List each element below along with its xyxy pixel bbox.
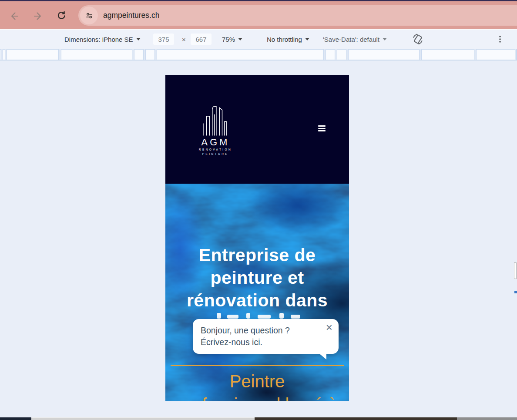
media-query-segment[interactable]: [61, 49, 132, 60]
close-icon[interactable]: ×: [326, 321, 332, 334]
rotate-device-icon: [412, 33, 424, 45]
hero-section: Entreprise de peinture et rénovation dan…: [165, 184, 349, 401]
device-select[interactable]: Dimensions: iPhone SE: [64, 30, 141, 49]
reload-button[interactable]: [54, 9, 69, 24]
hero-heading: Entreprise de peinture et rénovation dan…: [165, 244, 349, 312]
devtools-canvas: AGM RENOVATION PEINTURE: [0, 61, 517, 418]
media-query-segment[interactable]: [476, 49, 515, 60]
zoom-select[interactable]: 75%: [222, 30, 242, 49]
logo-line3: PEINTURE: [202, 152, 228, 155]
bottom-window-edge: [255, 417, 457, 420]
height-input[interactable]: [191, 34, 212, 45]
device-select-label: Dimensions: iPhone SE: [64, 36, 133, 43]
agm-logo[interactable]: AGM RENOVATION PEINTURE: [197, 103, 234, 157]
hero-heading-line: rénovation dans: [165, 289, 349, 312]
chevron-down-icon: [305, 38, 309, 40]
obscured-heading-line: [246, 313, 250, 319]
media-query-segment[interactable]: [348, 49, 420, 60]
more-options-button[interactable]: [495, 30, 505, 49]
chevron-down-icon: [238, 38, 242, 40]
chat-prompt-line: Bonjour, une question ?: [201, 325, 290, 336]
dimensions-multiply: ×: [182, 30, 186, 49]
forward-button[interactable]: [30, 9, 45, 24]
media-query-segment[interactable]: [157, 49, 324, 60]
obscured-heading-line: [217, 313, 221, 319]
chat-prompt-text: Bonjour, une question ? Écrivez-nous ici…: [201, 325, 290, 348]
device-viewport: AGM RENOVATION PEINTURE: [165, 75, 349, 401]
browser-toolbar: agmpeintures.ch: [0, 1, 517, 29]
media-query-segment[interactable]: [0, 49, 1, 60]
chat-prompt-bubble[interactable]: Bonjour, une question ? Écrivez-nous ici…: [193, 319, 339, 354]
hero-heading-line: peinture et: [165, 266, 349, 289]
bottom-window-edge: [0, 417, 31, 420]
media-query-segment[interactable]: [3, 49, 5, 60]
media-query-segment[interactable]: [326, 49, 335, 60]
rotate-viewport-button[interactable]: [412, 30, 424, 49]
building-logo-icon: [204, 106, 227, 135]
media-query-ruler: [0, 49, 517, 61]
obscured-heading-line: [227, 315, 238, 319]
scrollbar-thumb[interactable]: [514, 262, 517, 279]
throttling-select[interactable]: No throttling: [267, 30, 309, 49]
scrollbar-marker: [514, 291, 517, 293]
tune-icon: [85, 11, 94, 20]
kebab-menu-icon: [495, 34, 505, 44]
forward-arrow-icon: [33, 11, 43, 21]
width-input[interactable]: [153, 34, 174, 45]
chevron-down-icon: [383, 38, 387, 40]
hero-subheading: Peintre professionnel basé à: [165, 370, 349, 401]
bottom-window-edge: [31, 417, 255, 420]
throttling-select-label: No throttling: [267, 36, 302, 43]
hero-subheading-line: professionnel basé à: [165, 393, 349, 401]
url-text: agmpeintures.ch: [103, 11, 159, 20]
gold-divider-line: [171, 365, 344, 366]
site-settings-button[interactable]: [80, 7, 98, 24]
hamburger-menu-icon[interactable]: [318, 125, 326, 131]
zoom-select-label: 75%: [222, 36, 235, 43]
url-bar[interactable]: agmpeintures.ch: [78, 5, 517, 26]
back-button[interactable]: [7, 9, 22, 24]
hero-subheading-line: Peintre: [165, 370, 349, 393]
screen: agmpeintures.ch Dimensions: iPhone SE × …: [0, 0, 517, 420]
hero-heading-line: Entreprise de: [165, 244, 349, 266]
obscured-heading-line: [279, 313, 284, 319]
back-arrow-icon: [9, 11, 20, 21]
obscured-heading-line: [258, 315, 271, 319]
devtools-device-toolbar: Dimensions: iPhone SE × 75% No throttlin…: [0, 30, 517, 49]
media-query-segment[interactable]: [134, 49, 144, 60]
obscured-heading-line: [291, 315, 300, 319]
reload-icon: [56, 11, 67, 21]
logo-line2: RENOVATION: [199, 148, 232, 151]
media-query-segment[interactable]: [421, 49, 474, 60]
media-query-segment[interactable]: [7, 49, 59, 60]
media-query-segment[interactable]: [145, 49, 155, 60]
site-header: AGM RENOVATION PEINTURE: [165, 75, 349, 184]
chat-prompt-line: Écrivez-nous ici.: [201, 336, 290, 348]
logo-name: AGM: [201, 137, 230, 148]
bottom-window-edge: [457, 417, 517, 420]
media-query-segment[interactable]: [337, 49, 346, 60]
chevron-down-icon: [136, 38, 141, 40]
save-data-select-label: 'Save-Data': default: [323, 36, 379, 43]
save-data-select[interactable]: 'Save-Data': default: [323, 30, 387, 49]
